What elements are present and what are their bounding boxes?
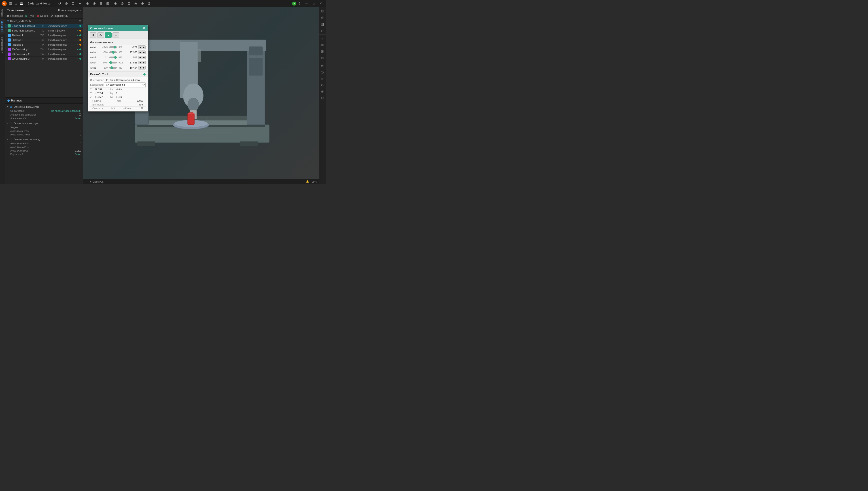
cnc-axis-btn-right-0[interactable]: ▶	[142, 46, 145, 49]
prop-val-0-0[interactable]: По предыдущей операции	[51, 110, 81, 112]
rs-slash-icon[interactable]: ⊘	[319, 88, 326, 95]
cnc-slider-0[interactable]	[109, 46, 117, 48]
new-op-label: Новая операция	[58, 9, 79, 12]
cnc-axis-btn-left-4[interactable]: ◀	[138, 66, 142, 69]
rs-ring-icon[interactable]: ◎	[319, 69, 326, 75]
cnc-axis-btn-left-2[interactable]: ◀	[138, 56, 142, 59]
params-button[interactable]: ⚙ Параметры	[51, 14, 68, 18]
rs-minus-grid-icon[interactable]: ⊟	[319, 48, 326, 55]
machine-settings-icon[interactable]: ⊞	[79, 20, 81, 23]
cnc-slider-thumb-3	[109, 61, 112, 64]
maximize-button[interactable]: □	[310, 1, 317, 6]
prop-val-2-2: 111.9	[75, 149, 81, 152]
op-row-5[interactable]: 5D Contouring 1 T#4 8mm Цилиндриче: ✓	[5, 47, 83, 52]
op-status-4: ✓	[77, 43, 81, 46]
section-icon-1: ⊙	[10, 122, 12, 125]
star-icon[interactable]: ⊛	[113, 1, 118, 6]
op-row-4[interactable]: Flat land 3 T#4 8mm Цилиндриче: ✓	[5, 42, 83, 47]
cnc-axis-btn-right-1[interactable]: ▶	[142, 51, 145, 54]
prop-section-header-2[interactable]: ▼ ⊙ Геометрические коорд:	[6, 137, 82, 142]
cnc-axis-btn-right-4[interactable]: ▶	[142, 66, 145, 69]
add-icon[interactable]: ⊕	[85, 1, 90, 6]
prop-val-1-1: 0	[80, 129, 81, 132]
save-file-icon[interactable]: 💾	[19, 2, 23, 6]
view-icon[interactable]: ⊙	[63, 1, 69, 6]
rs-box-icon[interactable]: □	[319, 28, 326, 34]
op-row-3[interactable]: Flat land 2 T#4 8mm Цилиндриче: ✓	[5, 38, 83, 42]
rs-layers-icon[interactable]: ≡	[319, 35, 326, 41]
sim-icon[interactable]: ⊛	[140, 1, 145, 6]
op-row-0[interactable]: 5 axis multi surface 3 T#1 5mm Сферическ…	[5, 24, 83, 28]
cnc-slider-1[interactable]	[109, 51, 117, 53]
menu-icon[interactable]: ≡	[77, 1, 83, 6]
cnc-axis-btn-left-1[interactable]: ◀	[138, 51, 142, 54]
cnc-list-button[interactable]: ≡	[112, 32, 119, 38]
rs-shading-icon[interactable]: ◨	[319, 21, 326, 27]
op-status-0: ✓	[77, 24, 81, 28]
prop-label-2-0: AxisX (AxisXPos)	[10, 142, 79, 145]
notification-item[interactable]: 🔔	[306, 180, 309, 183]
grid-icon[interactable]: ⊞	[98, 1, 104, 6]
prop-section-header-0[interactable]: ▼ ⊙ Основные параметры	[6, 105, 82, 109]
add-naladka-button[interactable]: ⊕	[7, 99, 10, 103]
cnc-axes-container: AxisX -1143 381 -271 ◀ ▶ AxisY -360 360 …	[88, 45, 148, 70]
zoom-value: 29%	[312, 180, 317, 183]
cnc-speed-label: Скорость	[92, 107, 103, 110]
prop-val-2-3[interactable]: Выкл.	[75, 153, 81, 155]
rs-grid-icon[interactable]: ⊞	[319, 42, 326, 48]
close-button[interactable]: ✕	[318, 1, 324, 6]
cnc-axis-btn-right-2[interactable]: ▶	[142, 56, 145, 59]
tab-modeling[interactable]: Моделирование	[0, 35, 5, 55]
transitions-button[interactable]: ⇄ Переходы	[7, 14, 23, 18]
cnc-pause-button[interactable]: ⏸	[90, 32, 97, 38]
new-operation-button[interactable]: Новая операция ▾	[58, 9, 81, 12]
params-icon: ⚙	[51, 14, 53, 18]
op-row-6[interactable]: 5D Contouring 2 T#4 8mm Цилиндриче: ✓	[5, 52, 83, 57]
add-cs-button[interactable]: +	[85, 180, 87, 183]
viewport[interactable]: Динамический▾	[83, 7, 319, 184]
info-icon[interactable]: ⊜	[119, 1, 125, 6]
cnc-close-button[interactable]: ✕	[143, 26, 145, 30]
reset-button[interactable]: ⊘ Сброс	[37, 14, 48, 18]
cnc-slider-4[interactable]	[109, 67, 117, 68]
prop-section-header-1[interactable]: ▼ ⊙ Ориентация инструм:	[6, 121, 82, 125]
rs-sphere-icon[interactable]: ⊙	[319, 15, 326, 21]
play-button[interactable]: ▶ Пуск	[26, 14, 34, 18]
rs-view-icon[interactable]: ⊡	[319, 8, 326, 14]
undo-icon[interactable]: ↺	[57, 1, 63, 6]
rs-cross-icon[interactable]: ⊠	[319, 55, 326, 61]
rs-detail-icon[interactable]: ≣	[319, 76, 326, 82]
op-row-2[interactable]: Flat land 1 T#3 6mm Цилиндриче: ✓	[5, 33, 83, 38]
cnc-slider-2[interactable]	[109, 57, 117, 58]
cnc-axis-btn-left-0[interactable]: ◀	[138, 46, 142, 49]
rs-star-icon[interactable]: ⊛	[319, 63, 326, 69]
nc-icon[interactable]: ⊜	[146, 1, 152, 6]
layers-icon[interactable]: ≋	[133, 1, 139, 6]
rs-circle-icon[interactable]: ⊝	[319, 82, 326, 88]
global-cs-item[interactable]: ⊕ Global CS	[89, 180, 104, 183]
op-row-7[interactable]: 5D Contouring 3 T#4 8mm Цилиндриче: ✓	[5, 57, 83, 61]
cross-icon[interactable]: ⊠	[126, 1, 132, 6]
cnc-axis-btn-left-3[interactable]: ◀	[138, 61, 142, 64]
op-row-1[interactable]: 5 axis multi surface 1 T#2 4.5mm Сфериче…	[5, 28, 83, 33]
cnc-play-button[interactable]: ●	[105, 32, 112, 38]
rs-hash-icon[interactable]: ⊟	[319, 95, 326, 101]
cnc-slider-3[interactable]	[109, 62, 117, 63]
tab-model[interactable]: Модель	[0, 7, 5, 19]
new-file-icon[interactable]: ☰	[8, 2, 12, 6]
help-icon[interactable]: ?	[297, 2, 301, 6]
prop-val-0-2[interactable]: Выкл.	[75, 117, 81, 120]
tech-toolbar: ⇄ Переходы ▶ Пуск ⊘ Сброс ⚙ Параметры	[5, 13, 83, 19]
cnc-axis-btn-right-3[interactable]: ▶	[142, 61, 145, 64]
cnc-settings-button[interactable]: ⚙	[97, 32, 104, 38]
plus-icon: +	[85, 180, 87, 183]
minimize-button[interactable]: —	[303, 1, 309, 6]
select-icon[interactable]: ⊡	[70, 1, 76, 6]
open-file-icon[interactable]: □	[14, 2, 18, 6]
close-icon[interactable]: ⊗	[91, 1, 97, 6]
tab-technology[interactable]: Технология	[0, 19, 5, 35]
user-avatar[interactable]: ●	[292, 2, 296, 6]
cnc-coord-select[interactable]: СК заготовки: 54	[104, 83, 145, 87]
play-label: Пуск	[28, 14, 34, 18]
minus-icon[interactable]: ⊟	[105, 1, 111, 6]
